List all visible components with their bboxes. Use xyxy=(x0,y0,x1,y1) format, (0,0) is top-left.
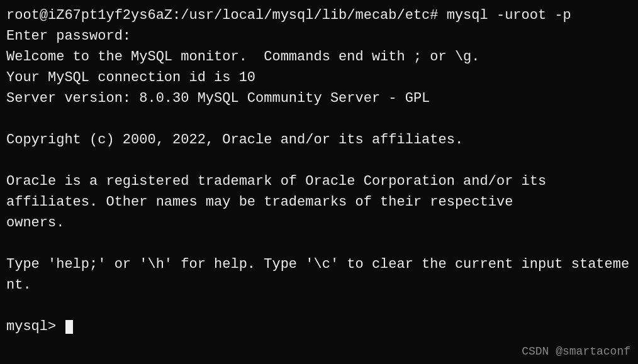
terminal-cursor xyxy=(65,320,73,334)
blank-line-2 xyxy=(6,150,632,171)
terminal-line-6: Copyright (c) 2000, 2022, Oracle and/or … xyxy=(6,130,632,150)
terminal-line-7: Oracle is a registered trademark of Orac… xyxy=(6,171,632,192)
blank-line-4 xyxy=(6,295,632,316)
terminal-line-1: root@iZ67pt1yf2ys6aZ:/usr/local/mysql/li… xyxy=(6,5,632,26)
footer-attribution: CSDN @smartaconf xyxy=(522,345,630,358)
terminal-line-8: affiliates. Other names may be trademark… xyxy=(6,192,632,212)
terminal-line-10: Type 'help;' or '\h' for help. Type '\c'… xyxy=(6,254,632,295)
terminal-line-9: owners. xyxy=(6,212,632,233)
terminal-output: root@iZ67pt1yf2ys6aZ:/usr/local/mysql/li… xyxy=(6,5,632,343)
terminal-prompt-line[interactable]: mysql> xyxy=(6,316,632,337)
terminal-line-5: Server version: 8.0.30 MySQL Community S… xyxy=(6,88,632,109)
terminal-line-4: Your MySQL connection id is 10 xyxy=(6,67,632,88)
blank-line-3 xyxy=(6,233,632,254)
blank-line-1 xyxy=(6,109,632,130)
terminal-footer: CSDN @smartaconf xyxy=(6,343,632,359)
terminal-prompt: mysql> xyxy=(6,316,64,337)
terminal-line-2: Enter password: xyxy=(6,26,632,47)
terminal-line-3: Welcome to the MySQL monitor. Commands e… xyxy=(6,47,632,67)
terminal-window[interactable]: root@iZ67pt1yf2ys6aZ:/usr/local/mysql/li… xyxy=(0,0,638,364)
